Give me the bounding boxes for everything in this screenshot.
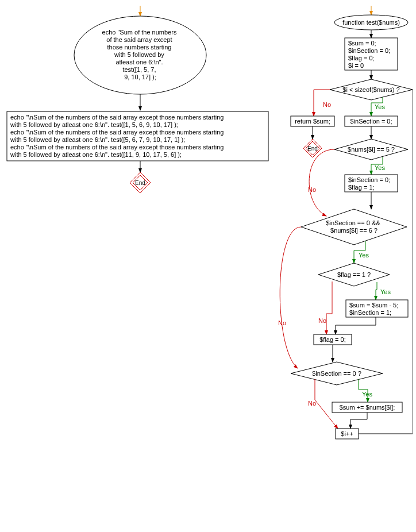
left-flowchart: echo "Sum of the numbers of the said arr… bbox=[7, 6, 268, 193]
r-arrow-yes4 bbox=[376, 282, 377, 300]
svg-text:End: End bbox=[307, 145, 318, 152]
lbl-no-4: No bbox=[278, 319, 286, 326]
eq6-text: $inSection == 0 && $nums[$i] == 6 ? bbox=[326, 219, 382, 234]
return-text: return $sum; bbox=[295, 118, 330, 125]
lbl-yes-5: Yes bbox=[362, 391, 372, 398]
lbl-no-5: No bbox=[308, 400, 316, 407]
flag0-text: $flag = 0; bbox=[319, 336, 346, 343]
in0a-text: $inSection = 0; bbox=[350, 118, 392, 125]
lbl-no-3: No bbox=[318, 317, 326, 324]
in0-text: $inSection == 0 ? bbox=[312, 370, 361, 377]
lbl-no-2: No bbox=[308, 186, 316, 193]
left-end-node: End bbox=[130, 172, 151, 193]
r-arrow-no4 bbox=[280, 227, 301, 368]
lbl-no-1: No bbox=[323, 101, 331, 108]
lbl-yes-4: Yes bbox=[380, 288, 391, 295]
lbl-yes-1: Yes bbox=[375, 103, 385, 110]
right-flowchart: function test($nums) $sum = 0; $inSectio… bbox=[278, 6, 413, 439]
r-arrow-no3 bbox=[326, 282, 332, 334]
loop-cond-text: $i < sizeof($nums) ? bbox=[342, 86, 399, 93]
svg-text:End: End bbox=[135, 180, 145, 186]
addsum-text: $sum += $nums[$i]; bbox=[340, 404, 395, 411]
incr-text: $i++ bbox=[341, 430, 353, 437]
right-end-node: End bbox=[303, 139, 322, 157]
r-arrow-7 bbox=[350, 413, 367, 429]
r-arrow-no2 bbox=[309, 149, 334, 216]
lbl-yes-2: Yes bbox=[375, 164, 385, 171]
lbl-yes-3: Yes bbox=[359, 252, 369, 259]
eq5-text: $nums[$i] == 5 ? bbox=[348, 146, 395, 153]
flag-text: $flag == 1 ? bbox=[337, 271, 371, 278]
r-arrow-5 bbox=[336, 317, 376, 334]
func-text: function test($nums) bbox=[342, 19, 400, 26]
